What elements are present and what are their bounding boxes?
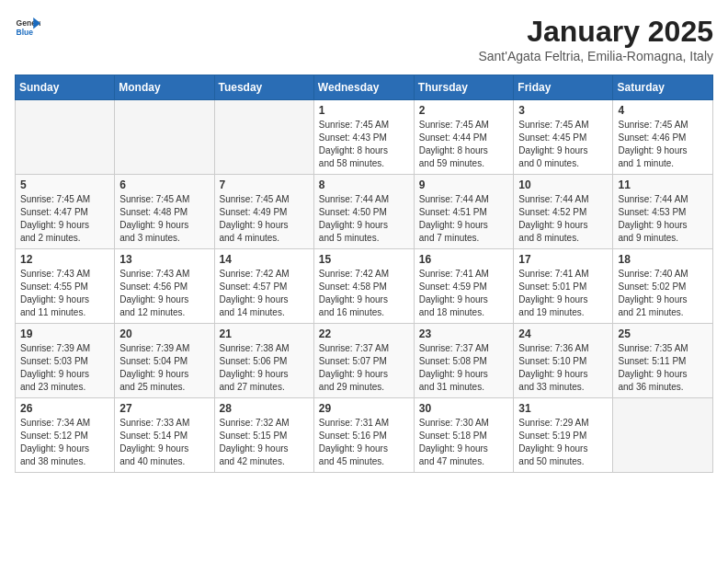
- calendar-cell: 26Sunrise: 7:34 AM Sunset: 5:12 PM Dayli…: [16, 398, 115, 473]
- day-number: 17: [518, 253, 608, 266]
- calendar-cell: 16Sunrise: 7:41 AM Sunset: 4:59 PM Dayli…: [414, 249, 514, 324]
- day-number: 18: [618, 253, 708, 266]
- calendar-week-row: 5Sunrise: 7:45 AM Sunset: 4:47 PM Daylig…: [16, 175, 713, 249]
- weekday-header-tuesday: Tuesday: [214, 75, 313, 100]
- calendar-cell: 5Sunrise: 7:45 AM Sunset: 4:47 PM Daylig…: [16, 175, 115, 249]
- day-number: 12: [20, 253, 109, 266]
- day-number: 9: [419, 178, 509, 191]
- calendar-cell: 6Sunrise: 7:45 AM Sunset: 4:48 PM Daylig…: [115, 175, 214, 249]
- day-info: Sunrise: 7:33 AM Sunset: 5:14 PM Dayligh…: [119, 417, 209, 468]
- day-info: Sunrise: 7:43 AM Sunset: 4:56 PM Dayligh…: [119, 268, 209, 319]
- calendar-cell: 2Sunrise: 7:45 AM Sunset: 4:44 PM Daylig…: [414, 100, 514, 175]
- day-info: Sunrise: 7:39 AM Sunset: 5:04 PM Dayligh…: [119, 342, 209, 394]
- calendar-week-row: 12Sunrise: 7:43 AM Sunset: 4:55 PM Dayli…: [16, 249, 713, 324]
- day-info: Sunrise: 7:42 AM Sunset: 4:57 PM Dayligh…: [220, 268, 309, 319]
- calendar-cell: 17Sunrise: 7:41 AM Sunset: 5:01 PM Dayli…: [514, 249, 613, 324]
- calendar-cell: 12Sunrise: 7:43 AM Sunset: 4:55 PM Dayli…: [16, 249, 115, 324]
- day-number: 7: [220, 178, 309, 191]
- logo-icon: General Blue: [15, 15, 40, 40]
- day-info: Sunrise: 7:45 AM Sunset: 4:48 PM Dayligh…: [119, 193, 209, 245]
- day-info: Sunrise: 7:40 AM Sunset: 5:02 PM Dayligh…: [618, 268, 708, 319]
- day-info: Sunrise: 7:42 AM Sunset: 4:58 PM Dayligh…: [319, 268, 409, 319]
- day-number: 14: [220, 253, 309, 266]
- day-info: Sunrise: 7:44 AM Sunset: 4:53 PM Dayligh…: [618, 193, 708, 245]
- day-info: Sunrise: 7:41 AM Sunset: 4:59 PM Dayligh…: [419, 268, 509, 319]
- weekday-header-sunday: Sunday: [16, 75, 115, 100]
- day-number: 8: [319, 178, 409, 191]
- day-info: Sunrise: 7:45 AM Sunset: 4:45 PM Dayligh…: [518, 119, 608, 170]
- day-info: Sunrise: 7:34 AM Sunset: 5:12 PM Dayligh…: [20, 417, 109, 468]
- day-number: 3: [518, 104, 608, 117]
- day-info: Sunrise: 7:44 AM Sunset: 4:50 PM Dayligh…: [319, 193, 409, 245]
- calendar-cell: 31Sunrise: 7:29 AM Sunset: 5:19 PM Dayli…: [514, 398, 613, 473]
- day-info: Sunrise: 7:41 AM Sunset: 5:01 PM Dayligh…: [518, 268, 608, 319]
- day-number: 1: [319, 104, 409, 117]
- calendar-cell: 10Sunrise: 7:44 AM Sunset: 4:52 PM Dayli…: [514, 175, 613, 249]
- calendar-cell: 21Sunrise: 7:38 AM Sunset: 5:06 PM Dayli…: [214, 324, 313, 398]
- day-number: 23: [419, 327, 509, 340]
- calendar-week-row: 1Sunrise: 7:45 AM Sunset: 4:43 PM Daylig…: [16, 100, 713, 175]
- day-info: Sunrise: 7:29 AM Sunset: 5:19 PM Dayligh…: [518, 417, 608, 468]
- day-number: 13: [119, 253, 209, 266]
- calendar-cell: [16, 100, 115, 175]
- day-number: 29: [319, 402, 409, 415]
- page-header: General Blue January 2025 Sant'Agata Fel…: [15, 15, 713, 63]
- calendar-cell: 24Sunrise: 7:36 AM Sunset: 5:10 PM Dayli…: [514, 324, 613, 398]
- calendar-cell: 4Sunrise: 7:45 AM Sunset: 4:46 PM Daylig…: [613, 100, 713, 175]
- calendar-cell: [115, 100, 214, 175]
- day-info: Sunrise: 7:45 AM Sunset: 4:44 PM Dayligh…: [419, 119, 509, 170]
- calendar-cell: 25Sunrise: 7:35 AM Sunset: 5:11 PM Dayli…: [613, 324, 713, 398]
- calendar-cell: 18Sunrise: 7:40 AM Sunset: 5:02 PM Dayli…: [613, 249, 713, 324]
- calendar-cell: 29Sunrise: 7:31 AM Sunset: 5:16 PM Dayli…: [313, 398, 414, 473]
- day-info: Sunrise: 7:37 AM Sunset: 5:08 PM Dayligh…: [419, 342, 509, 394]
- day-number: 15: [319, 253, 409, 266]
- day-number: 28: [220, 402, 309, 415]
- day-number: 25: [618, 327, 708, 340]
- weekday-header-monday: Monday: [115, 75, 214, 100]
- weekday-header-row: SundayMondayTuesdayWednesdayThursdayFrid…: [16, 75, 713, 100]
- calendar-cell: 23Sunrise: 7:37 AM Sunset: 5:08 PM Dayli…: [414, 324, 514, 398]
- day-number: 11: [618, 178, 708, 191]
- calendar-cell: [613, 398, 713, 473]
- location-subtitle: Sant'Agata Feltria, Emilia-Romagna, Ital…: [478, 49, 713, 63]
- day-info: Sunrise: 7:43 AM Sunset: 4:55 PM Dayligh…: [20, 268, 109, 319]
- title-block: January 2025 Sant'Agata Feltria, Emilia-…: [478, 15, 713, 63]
- day-info: Sunrise: 7:45 AM Sunset: 4:49 PM Dayligh…: [220, 193, 309, 245]
- calendar-cell: 14Sunrise: 7:42 AM Sunset: 4:57 PM Dayli…: [214, 249, 313, 324]
- calendar-cell: 28Sunrise: 7:32 AM Sunset: 5:15 PM Dayli…: [214, 398, 313, 473]
- calendar-week-row: 19Sunrise: 7:39 AM Sunset: 5:03 PM Dayli…: [16, 324, 713, 398]
- day-info: Sunrise: 7:45 AM Sunset: 4:46 PM Dayligh…: [618, 119, 708, 170]
- weekday-header-saturday: Saturday: [613, 75, 713, 100]
- calendar-cell: 27Sunrise: 7:33 AM Sunset: 5:14 PM Dayli…: [115, 398, 214, 473]
- day-number: 22: [319, 327, 409, 340]
- month-title: January 2025: [478, 15, 713, 49]
- day-info: Sunrise: 7:38 AM Sunset: 5:06 PM Dayligh…: [220, 342, 309, 394]
- calendar-cell: 3Sunrise: 7:45 AM Sunset: 4:45 PM Daylig…: [514, 100, 613, 175]
- calendar-cell: 22Sunrise: 7:37 AM Sunset: 5:07 PM Dayli…: [313, 324, 414, 398]
- logo: General Blue: [15, 15, 40, 40]
- calendar-cell: 11Sunrise: 7:44 AM Sunset: 4:53 PM Dayli…: [613, 175, 713, 249]
- day-info: Sunrise: 7:30 AM Sunset: 5:18 PM Dayligh…: [419, 417, 509, 468]
- day-info: Sunrise: 7:39 AM Sunset: 5:03 PM Dayligh…: [20, 342, 109, 394]
- day-number: 30: [419, 402, 509, 415]
- calendar-cell: 30Sunrise: 7:30 AM Sunset: 5:18 PM Dayli…: [414, 398, 514, 473]
- day-number: 10: [518, 178, 608, 191]
- day-number: 21: [220, 327, 309, 340]
- day-info: Sunrise: 7:44 AM Sunset: 4:52 PM Dayligh…: [518, 193, 608, 245]
- day-number: 20: [119, 327, 209, 340]
- day-number: 24: [518, 327, 608, 340]
- day-info: Sunrise: 7:35 AM Sunset: 5:11 PM Dayligh…: [618, 342, 708, 394]
- day-info: Sunrise: 7:32 AM Sunset: 5:15 PM Dayligh…: [220, 417, 309, 468]
- day-number: 19: [20, 327, 109, 340]
- calendar-week-row: 26Sunrise: 7:34 AM Sunset: 5:12 PM Dayli…: [16, 398, 713, 473]
- calendar-cell: 20Sunrise: 7:39 AM Sunset: 5:04 PM Dayli…: [115, 324, 214, 398]
- day-info: Sunrise: 7:45 AM Sunset: 4:43 PM Dayligh…: [319, 119, 409, 170]
- weekday-header-wednesday: Wednesday: [313, 75, 414, 100]
- calendar-cell: 15Sunrise: 7:42 AM Sunset: 4:58 PM Dayli…: [313, 249, 414, 324]
- calendar-cell: [214, 100, 313, 175]
- calendar-cell: 9Sunrise: 7:44 AM Sunset: 4:51 PM Daylig…: [414, 175, 514, 249]
- day-number: 6: [119, 178, 209, 191]
- day-info: Sunrise: 7:31 AM Sunset: 5:16 PM Dayligh…: [319, 417, 409, 468]
- day-number: 4: [618, 104, 708, 117]
- day-number: 5: [20, 178, 109, 191]
